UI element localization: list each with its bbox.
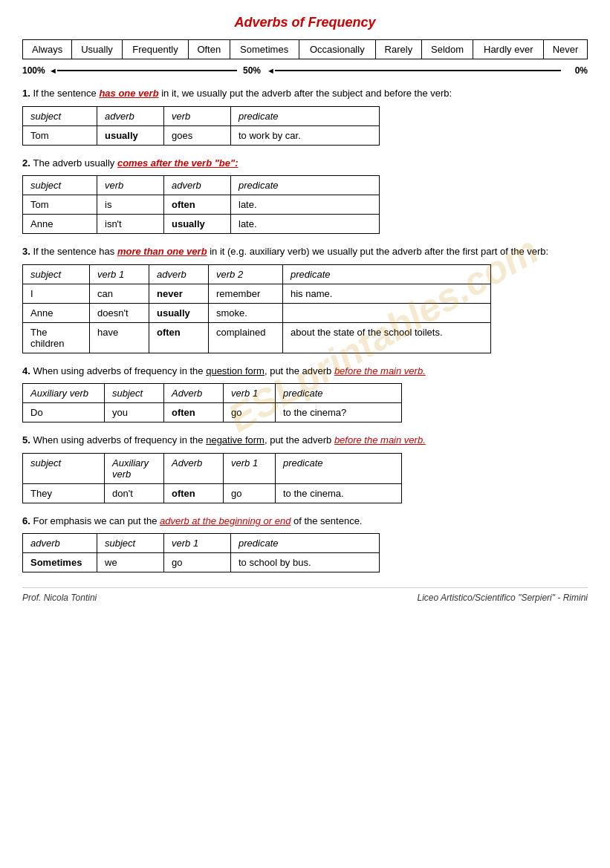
cell-r1-c0: Anne bbox=[23, 215, 97, 234]
cell-r1-c1: doesn't bbox=[90, 303, 149, 322]
scale-50: 50% bbox=[237, 65, 267, 76]
table-row: Theydon'toftengoto the cinema. bbox=[23, 483, 402, 503]
cell-r0-c3: remember bbox=[209, 284, 283, 303]
cell-r0-c2: often bbox=[164, 195, 231, 215]
cell-r0-c4: to the cinema. bbox=[276, 483, 402, 503]
col-header-verb-1: verb 1 bbox=[164, 534, 231, 553]
freq-header-cell: Often bbox=[189, 40, 230, 59]
table-row: Doyouoftengoto the cinema? bbox=[23, 403, 402, 422]
scale-line-2 bbox=[275, 70, 561, 71]
gram-table-3: subjectverb 1adverbverb 2predicateIcanne… bbox=[22, 264, 491, 353]
cell-r1-c1: isn't bbox=[97, 215, 164, 234]
freq-header-cell: Frequently bbox=[122, 40, 188, 59]
rule-text-4: 4. When using adverbs of frequency in th… bbox=[22, 364, 588, 379]
cell-r0-c1: is bbox=[97, 195, 164, 215]
col-header-subject: subject bbox=[23, 176, 97, 195]
cell-r0-c0: Tom bbox=[23, 125, 97, 145]
col-header-auxiliary-verb: Auxiliary verb bbox=[105, 453, 164, 483]
cell-r0-c2: often bbox=[164, 483, 224, 503]
col-header-adverb: Adverb bbox=[164, 384, 224, 403]
cell-r1-c4 bbox=[283, 303, 491, 322]
cell-r0-c2: go bbox=[164, 553, 231, 572]
rule-text-2: 2. The adverb usually comes after the ve… bbox=[22, 156, 588, 171]
col-header-predicate: predicate bbox=[231, 176, 380, 195]
table-row: Annedoesn'tusuallysmoke. bbox=[23, 303, 491, 322]
freq-header-cell: Occasionally bbox=[299, 40, 375, 59]
cell-r0-c4: his name. bbox=[283, 284, 491, 303]
gram-table-2: subjectverbadverbpredicateTomisoftenlate… bbox=[22, 175, 380, 234]
cell-r1-c2: usually bbox=[149, 303, 209, 322]
col-header-verb: verb bbox=[164, 106, 231, 125]
cell-r0-c2: goes bbox=[164, 125, 231, 145]
cell-r0-c1: usually bbox=[97, 125, 164, 145]
footer-left: Prof. Nicola Tontini bbox=[22, 593, 97, 603]
cell-r2-c4: about the state of the school toilets. bbox=[283, 322, 491, 353]
cell-r0-c0: Tom bbox=[23, 195, 97, 215]
cell-r1-c3: smoke. bbox=[209, 303, 283, 322]
scale-0: 0% bbox=[561, 65, 588, 76]
col-header-verb-2: verb 2 bbox=[209, 264, 283, 284]
cell-r0-c2: never bbox=[149, 284, 209, 303]
cell-r2-c2: often bbox=[149, 322, 209, 353]
cell-r0-c1: can bbox=[90, 284, 149, 303]
table-row: Sometimeswegoto school by bus. bbox=[23, 553, 380, 572]
cell-r0-c3: to work by car. bbox=[231, 125, 380, 145]
col-header-auxiliary-verb: Auxiliary verb bbox=[23, 384, 105, 403]
cell-r0-c0: I bbox=[23, 284, 90, 303]
col-header-subject: subject bbox=[105, 384, 164, 403]
col-header-verb-1: verb 1 bbox=[90, 264, 149, 284]
rule-text-5: 5. When using adverbs of frequency in th… bbox=[22, 433, 588, 448]
col-header-predicate: predicate bbox=[276, 384, 402, 403]
frequency-table: AlwaysUsuallyFrequentlyOftenSometimesOcc… bbox=[22, 39, 588, 59]
table-row: Icanneverrememberhis name. bbox=[23, 284, 491, 303]
col-header-verb-1: verb 1 bbox=[224, 453, 276, 483]
footer: Prof. Nicola Tontini Liceo Artistico/Sci… bbox=[22, 587, 588, 603]
col-header-predicate: predicate bbox=[231, 106, 380, 125]
freq-header-cell: Never bbox=[544, 40, 588, 59]
arrow-left bbox=[49, 65, 57, 76]
cell-r0-c0: They bbox=[23, 483, 105, 503]
rules-container: 1. If the sentence has one verb in it, w… bbox=[22, 86, 588, 572]
col-header-predicate: predicate bbox=[283, 264, 491, 284]
freq-header-cell: Rarely bbox=[375, 40, 421, 59]
cell-r0-c1: we bbox=[97, 553, 164, 572]
cell-r0-c3: go bbox=[224, 403, 276, 422]
cell-r2-c0: The children bbox=[23, 322, 90, 353]
col-header-adverb: adverb bbox=[23, 534, 97, 553]
table-row: Anneisn'tusuallylate. bbox=[23, 215, 380, 234]
col-header-subject: subject bbox=[23, 106, 97, 125]
scale-line-1 bbox=[57, 70, 237, 71]
cell-r0-c1: you bbox=[105, 403, 164, 422]
rule-text-6: 6. For emphasis we can put the adverb at… bbox=[22, 514, 588, 529]
col-header-predicate: predicate bbox=[276, 453, 402, 483]
freq-header-cell: Usually bbox=[72, 40, 123, 59]
cell-r0-c3: go bbox=[224, 483, 276, 503]
table-row: Tomusuallygoesto work by car. bbox=[23, 125, 380, 145]
col-header-predicate: predicate bbox=[231, 534, 380, 553]
gram-table-4: Auxiliary verbsubjectAdverbverb 1predica… bbox=[22, 383, 402, 422]
rule-text-3: 3. If the sentence has more than one ver… bbox=[22, 244, 588, 259]
freq-header-cell: Always bbox=[23, 40, 72, 59]
cell-r0-c3: late. bbox=[231, 195, 380, 215]
gram-table-5: subjectAuxiliary verbAdverbverb 1predica… bbox=[22, 453, 402, 503]
col-header-subject: subject bbox=[97, 534, 164, 553]
gram-table-1: subjectadverbverbpredicateTomusuallygoes… bbox=[22, 106, 380, 146]
footer-right: Liceo Artistico/Scientifico "Serpieri" -… bbox=[418, 593, 588, 603]
cell-r2-c1: have bbox=[90, 322, 149, 353]
scale-100: 100% bbox=[22, 65, 49, 76]
cell-r0-c0: Sometimes bbox=[23, 553, 97, 572]
col-header-subject: subject bbox=[23, 453, 105, 483]
cell-r1-c0: Anne bbox=[23, 303, 90, 322]
col-header-verb: verb bbox=[97, 176, 164, 195]
page-title: Adverbs of Frequency bbox=[22, 15, 588, 30]
cell-r1-c2: usually bbox=[164, 215, 231, 234]
gram-table-6: adverbsubjectverb 1predicateSometimesweg… bbox=[22, 533, 380, 572]
cell-r0-c4: to the cinema? bbox=[276, 403, 402, 422]
cell-r1-c3: late. bbox=[231, 215, 380, 234]
cell-r0-c0: Do bbox=[23, 403, 105, 422]
cell-r0-c3: to school by bus. bbox=[231, 553, 380, 572]
freq-header-cell: Hardly ever bbox=[473, 40, 544, 59]
freq-header-cell: Seldom bbox=[421, 40, 473, 59]
rule-text-1: 1. If the sentence has one verb in it, w… bbox=[22, 86, 588, 101]
col-header-subject: subject bbox=[23, 264, 90, 284]
